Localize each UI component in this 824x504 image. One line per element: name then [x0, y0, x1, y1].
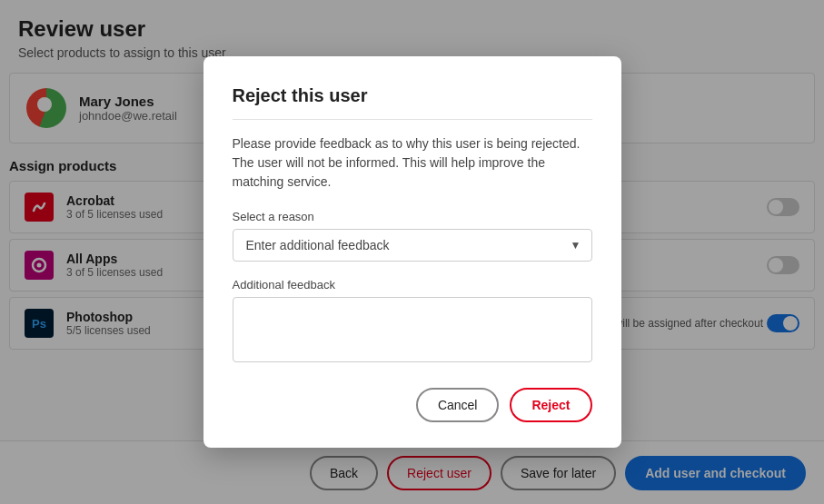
modal-cancel-button[interactable]: Cancel — [416, 388, 500, 422]
modal-body: Please provide feedback as to why this u… — [233, 134, 592, 192]
select-wrapper: Enter additional feedback Not a good fit… — [233, 229, 592, 262]
modal-reject-button[interactable]: Reject — [510, 388, 591, 422]
modal-overlay: Reject this user Please provide feedback… — [0, 0, 824, 504]
additional-feedback-label: Additional feedback — [233, 278, 592, 292]
modal-title: Reject this user — [233, 85, 592, 120]
select-reason-label: Select a reason — [233, 210, 592, 223]
modal-footer: Cancel Reject — [233, 388, 592, 422]
reason-select[interactable]: Enter additional feedback Not a good fit… — [233, 229, 592, 262]
reject-modal: Reject this user Please provide feedback… — [204, 56, 621, 448]
additional-feedback-textarea[interactable] — [233, 297, 592, 362]
